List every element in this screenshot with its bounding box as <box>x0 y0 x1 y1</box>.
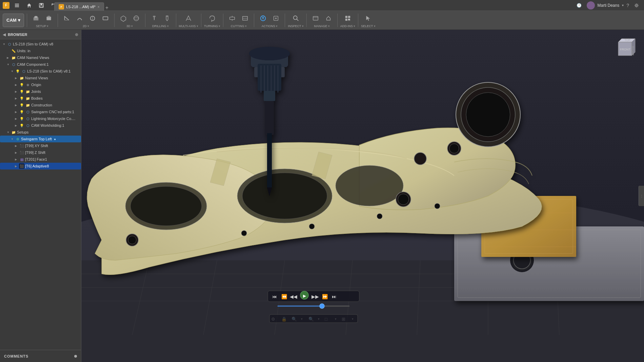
actions-tool-btn-2[interactable] <box>270 13 282 24</box>
tree-item-swingarm-top-left[interactable]: ▼ ⚙ Swingarm Top Left ● <box>0 136 81 142</box>
actions-tool-btn-1[interactable] <box>257 13 269 24</box>
folder-icon-named-views: 📁 <box>11 55 16 60</box>
tree-item-root[interactable]: ▼ ⬡ LS-218 (Sim to CAM) v8 <box>0 41 81 47</box>
toolbar-group-drilling[interactable]: DRILLING ▾ <box>148 12 173 29</box>
svg-point-73 <box>449 144 459 153</box>
svg-text:▶▶: ▶▶ <box>311 294 319 299</box>
tree-item-lightning-mc[interactable]: ▶ 💡 ⬡ Lightning Motorcycle Co.... <box>0 115 81 122</box>
manage-label: MANAGE ▾ <box>314 24 330 28</box>
home-button[interactable] <box>24 1 34 10</box>
toolbar-divider-1 <box>27 14 27 27</box>
svg-text:⏪: ⏪ <box>281 294 287 300</box>
toolbar-group-inspect[interactable]: INSPECT ▾ <box>288 12 303 29</box>
svg-text:⏭: ⏭ <box>332 294 337 299</box>
tree-item-named-views[interactable]: ▶ 📁 Named Views <box>0 75 81 81</box>
2d-tool-btn-4[interactable] <box>99 13 112 24</box>
settings-icon[interactable] <box>632 1 641 10</box>
toolbar-group-setup[interactable]: SETUP ▾ <box>30 12 55 29</box>
svg-text:⏩: ⏩ <box>322 294 328 300</box>
manage-tool-btn-1[interactable] <box>309 13 322 24</box>
turning-tool-btn[interactable] <box>206 13 218 24</box>
comments-bar: COMMENTS <box>0 350 81 362</box>
svg-text:TOP: TOP <box>624 38 630 42</box>
cutting-tool-btn-1[interactable] <box>226 13 238 24</box>
tree-arrow-t99-z: ▶ <box>15 151 18 154</box>
setup-dropdown-btn[interactable] <box>43 13 55 24</box>
3d-tool-btn-1[interactable] <box>117 13 129 24</box>
browser-search-button[interactable]: ⊕ <box>75 32 78 37</box>
drilling-tool-btn-1[interactable] <box>148 13 160 24</box>
svg-text:◀◀: ◀◀ <box>290 294 297 299</box>
tree-item-joints[interactable]: ▶ 💡 📁 Joints <box>0 88 81 95</box>
inspect-label: INSPECT ▾ <box>288 24 303 28</box>
2d-tool-btn-3[interactable] <box>86 13 99 24</box>
tree-item-t6-adaptive8[interactable]: ▶ ⬛ [T6] Adaptive8 <box>0 163 81 169</box>
right-panel-collapse-button[interactable]: ⋮ <box>639 186 644 206</box>
tree-item-ls218-v81[interactable]: ▼ 💡 ⬡ LS-218 (Sim to CAM) v8:1 <box>0 68 81 75</box>
toolbar-group-cutting[interactable]: CUTTING ▾ <box>226 12 251 29</box>
tree-item-bodies[interactable]: ▶ 💡 📁 Bodies <box>0 95 81 102</box>
main-toolbar: CAM ▾ SETUP ▾ <box>0 11 644 30</box>
tree-item-construction[interactable]: ▶ 💡 📁 Construction <box>0 102 81 108</box>
tree-item-units[interactable]: ▶ 📏 Units: in <box>0 47 81 54</box>
viewport-3d[interactable]: ⏮ ⏪ ◀◀ ▶ ▶▶ ⏩ ⏭ ⚙ 🔒 🔍 ▾ 🔍 <box>81 30 644 362</box>
browser-collapse-button[interactable]: ◀ <box>3 32 6 37</box>
svg-point-79 <box>309 224 315 229</box>
tree-item-cam-named-views[interactable]: ▶ 📁 CAM Named Views <box>0 54 81 61</box>
setup-tool-btn[interactable] <box>30 13 42 24</box>
2d-tool-btn-2[interactable] <box>74 13 86 24</box>
tree-item-origin[interactable]: ▶ 💡 ⊕ Origin <box>0 81 81 88</box>
toolbar-group-manage[interactable]: MANAGE ▾ <box>309 12 335 29</box>
turning-label: TURNING ▾ <box>204 24 221 28</box>
select-label: SELECT ▾ <box>361 24 375 28</box>
manage-tool-btn-2[interactable] <box>322 13 335 24</box>
toolbar-group-2d[interactable]: 2D ▾ <box>61 12 112 29</box>
3d-tool-btn-2[interactable] <box>130 13 142 24</box>
tree-item-t99-z[interactable]: ▶ ⬛ [T99] Z Shift <box>0 149 81 156</box>
tree-arrow-swingarm-parts: ▶ <box>15 110 18 114</box>
toolbar-group-turning[interactable]: TURNING ▾ <box>204 12 221 29</box>
addins-tool-btn[interactable] <box>342 13 354 24</box>
tree-label-setups: Setups <box>17 130 28 134</box>
svg-rect-2 <box>15 6 19 7</box>
toolbar-group-multiaxis[interactable]: MULTI-AXIS ▾ <box>179 12 198 29</box>
inspect-tool-btn[interactable] <box>290 13 302 24</box>
tree-label-swingarm-top-left: Swingarm Top Left <box>21 137 52 141</box>
drilling-tool-btn-2[interactable] <box>161 13 173 24</box>
tree-item-t99-xy[interactable]: ▶ ⬛ [T99] XY Shift <box>0 142 81 149</box>
toolbar-group-3d[interactable]: 3D ▾ <box>117 12 142 29</box>
svg-rect-18 <box>166 16 168 17</box>
browser-tree: ▼ ⬡ LS-218 (Sim to CAM) v8 ▶ 📏 Units: in… <box>0 39 81 350</box>
active-tab[interactable]: F LS-218 ...AM) v8* × <box>54 2 104 11</box>
tree-item-workholding[interactable]: ▶ 💡 ⬡ CAM Workholding:1 <box>0 122 81 129</box>
svg-text:RIGHT: RIGHT <box>631 46 635 56</box>
browser-header: ◀ BROWSER ⊕ <box>0 30 81 39</box>
comments-dot[interactable] <box>74 355 77 358</box>
tree-arrow-root: ▼ <box>3 43 6 46</box>
tree-label-lightning: Lightning Motorcycle Co.... <box>31 117 75 121</box>
file-menu-button[interactable] <box>12 1 22 10</box>
select-tool-btn[interactable] <box>362 13 374 24</box>
cutting-tool-btn-2[interactable] <box>239 13 251 24</box>
folder-icon-setups: 📁 <box>11 129 16 135</box>
toolbar-group-select[interactable]: SELECT ▾ <box>361 12 375 29</box>
help-button[interactable]: ? <box>626 3 629 8</box>
tree-item-t201-face1[interactable]: ▶ ▤ [T201] Face1 <box>0 156 81 163</box>
svg-rect-17 <box>153 16 155 17</box>
2d-tool-btn-1[interactable] <box>61 13 73 24</box>
nav-cube[interactable]: TOP FRONT RIGHT <box>611 35 639 62</box>
new-tab-button[interactable]: + <box>105 5 108 11</box>
toolbar-group-actions[interactable]: ACTIONS ▾ <box>257 12 282 29</box>
tree-arrow-setups: ▼ <box>7 131 10 134</box>
tree-item-setups[interactable]: ▼ 📁 Setups <box>0 129 81 136</box>
svg-rect-14 <box>103 17 108 20</box>
user-dropdown-arrow[interactable]: ▾ <box>622 3 624 7</box>
cam-dropdown-button[interactable]: CAM ▾ <box>3 14 24 27</box>
tab-close-button[interactable]: × <box>98 5 100 9</box>
multiaxis-tool-btn[interactable] <box>182 13 195 24</box>
save-button[interactable] <box>37 1 46 10</box>
tree-item-swingarm-parts[interactable]: ▶ 💡 ⬡ Swingarm CNC'ed parts:1 <box>0 108 81 115</box>
tree-item-cam-component[interactable]: ▼ ⬡ CAM Component:1 <box>0 61 81 68</box>
toolbar-group-addins[interactable]: ADD-INS ▾ <box>340 12 356 29</box>
tree-arrow-ls218: ▼ <box>11 70 14 73</box>
